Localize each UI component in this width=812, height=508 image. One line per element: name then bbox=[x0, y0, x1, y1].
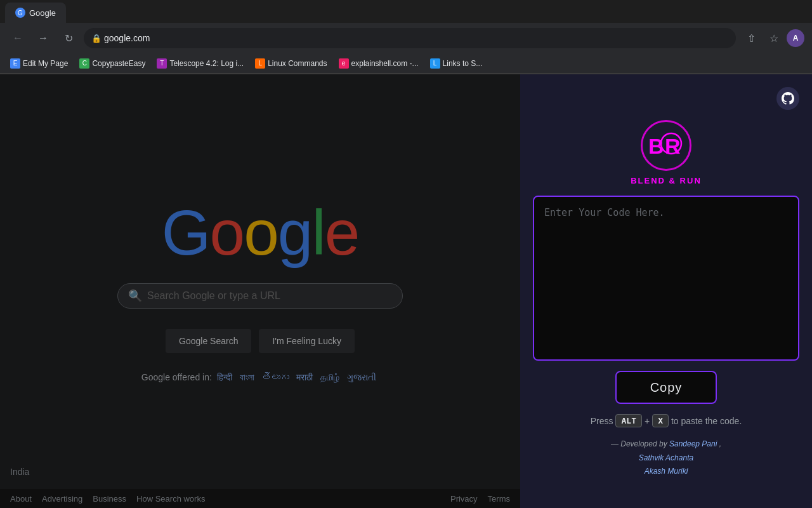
code-textarea[interactable] bbox=[534, 197, 798, 359]
dev-sep: , bbox=[719, 439, 721, 448]
bookmark-explainshell[interactable]: e explainshell.com -... bbox=[334, 57, 424, 70]
google-search-button[interactable]: Google Search bbox=[166, 329, 251, 353]
logo-letter-g1: G bbox=[162, 197, 210, 268]
github-icon-button[interactable] bbox=[776, 87, 799, 110]
bookmark-edit-my-page[interactable]: E Edit My Page bbox=[5, 57, 73, 70]
reload-button[interactable]: ↻ bbox=[58, 28, 79, 48]
offered-in: Google offered in: हिन्दी বাংলা తెలుగు म… bbox=[141, 372, 379, 383]
footer-privacy[interactable]: Privacy bbox=[450, 494, 478, 504]
bookmark-favicon-4: L bbox=[255, 58, 265, 69]
bookmark-copypasteeasy[interactable]: C CopypasteEasy bbox=[74, 57, 150, 70]
bookmark-telescope[interactable]: T Telescope 4.2: Log i... bbox=[152, 57, 249, 70]
logo-circle: B R bbox=[641, 120, 691, 171]
profile-avatar[interactable]: A bbox=[787, 29, 804, 47]
tab-favicon: G bbox=[15, 8, 25, 18]
dev-akash-link[interactable]: Akash Muriki bbox=[645, 467, 688, 476]
lang-gujarati[interactable]: ગુજરાતી bbox=[347, 372, 376, 382]
tab-bar: G Google bbox=[0, 0, 812, 23]
feeling-lucky-button[interactable]: I'm Feeling Lucky bbox=[259, 329, 355, 353]
footer-how-search[interactable]: How Search works bbox=[136, 494, 205, 504]
shortcut-prefix: Press bbox=[591, 416, 613, 426]
x-key: X bbox=[652, 414, 669, 427]
lang-bengali[interactable]: বাংলা bbox=[240, 372, 254, 382]
nav-actions: ⇧ ☆ A bbox=[741, 28, 804, 48]
active-tab[interactable]: G Google bbox=[5, 3, 66, 23]
svg-text:R: R bbox=[665, 134, 681, 158]
footer-advertising[interactable]: Advertising bbox=[42, 494, 82, 504]
footer-about[interactable]: About bbox=[10, 494, 32, 504]
bookmark-label-5: explainshell.com -... bbox=[351, 59, 419, 68]
bookmark-favicon-5: e bbox=[339, 58, 349, 69]
bookmark-label-1: Edit My Page bbox=[23, 59, 68, 68]
logo-letter-g4: g bbox=[278, 197, 312, 268]
footer-terms[interactable]: Terms bbox=[488, 494, 510, 504]
share-button[interactable]: ⇧ bbox=[741, 28, 761, 48]
bookmark-button[interactable]: ☆ bbox=[764, 28, 784, 48]
shortcut-plus: + bbox=[645, 416, 650, 426]
google-search-bar: 🔍 bbox=[117, 283, 403, 309]
main-content: Google 🔍 Google Search I'm Feeling Lucky… bbox=[0, 74, 812, 508]
dev-credit: — Developed by Sandeep Pani , Sathvik Ac… bbox=[611, 438, 721, 479]
bookmark-label-3: Telescope 4.2: Log i... bbox=[169, 59, 244, 68]
bookmark-favicon-2: C bbox=[79, 58, 89, 69]
github-icon bbox=[782, 92, 794, 105]
address-input[interactable] bbox=[84, 28, 736, 48]
google-buttons: Google Search I'm Feeling Lucky bbox=[166, 329, 355, 353]
lang-tamil[interactable]: தமிழ் bbox=[320, 372, 339, 382]
footer-right: Privacy Terms bbox=[450, 494, 510, 504]
bookmark-label-4: Linux Commands bbox=[268, 59, 327, 68]
bookmark-label-6: Links to S... bbox=[443, 59, 483, 68]
dev-sathvik-link[interactable]: Sathvik Achanta bbox=[639, 453, 693, 462]
brand-name: BLEND & RUN bbox=[631, 176, 702, 185]
bookmark-favicon-6: L bbox=[430, 58, 440, 69]
code-textarea-wrapper bbox=[533, 196, 799, 361]
india-label: India bbox=[10, 467, 29, 477]
shortcut-suffix: to paste the code. bbox=[671, 416, 742, 426]
browser-chrome: G Google ← → ↻ 🔒 ⇧ ☆ A E Edit My Page C … bbox=[0, 0, 812, 74]
logo-letter-g3: o bbox=[244, 197, 278, 268]
bookmarks-bar: E Edit My Page C CopypasteEasy T Telesco… bbox=[0, 53, 812, 74]
tab-title: Google bbox=[29, 8, 56, 18]
bookmark-favicon-1: E bbox=[10, 58, 20, 69]
shortcut-hint: Press ALT + X to paste the code. bbox=[591, 414, 742, 427]
footer-left: About Advertising Business How Search wo… bbox=[10, 494, 205, 504]
logo-letter-g2: o bbox=[210, 197, 244, 268]
alt-key: ALT bbox=[615, 414, 641, 427]
bookmark-label-2: CopypasteEasy bbox=[92, 59, 145, 68]
search-box-container: 🔍 bbox=[117, 283, 403, 309]
logo-letter-g6: e bbox=[325, 197, 359, 268]
back-button[interactable]: ← bbox=[8, 28, 28, 48]
google-search-input[interactable] bbox=[147, 290, 392, 302]
nav-bar: ← → ↻ 🔒 ⇧ ☆ A bbox=[0, 23, 812, 53]
address-bar-wrapper: 🔒 bbox=[84, 28, 736, 48]
offered-in-text: Google offered in: bbox=[141, 372, 212, 382]
dev-sandeep-link[interactable]: Sandeep Pani bbox=[669, 439, 717, 448]
copy-button[interactable]: Copy bbox=[615, 371, 717, 404]
google-logo: Google bbox=[162, 201, 359, 264]
lang-hindi[interactable]: हिन्दी bbox=[217, 372, 232, 382]
page-footer: About Advertising Business How Search wo… bbox=[0, 489, 520, 508]
footer-business[interactable]: Business bbox=[93, 494, 126, 504]
bookmark-linux[interactable]: L Linux Commands bbox=[250, 57, 332, 70]
brand-logo: B R BLEND & RUN bbox=[631, 120, 702, 185]
extension-panel: B R BLEND & RUN Copy Press ALT + X to pa… bbox=[520, 74, 812, 508]
logo-letter-g5: l bbox=[311, 197, 324, 268]
lang-marathi[interactable]: मराठी bbox=[296, 372, 313, 382]
ext-header-row bbox=[533, 87, 799, 110]
bookmark-favicon-3: T bbox=[157, 58, 167, 69]
search-icon: 🔍 bbox=[128, 289, 142, 303]
lang-telugu[interactable]: తెలుగు bbox=[262, 372, 289, 382]
dev-prefix: — Developed by bbox=[611, 439, 667, 448]
bookmark-links[interactable]: L Links to S... bbox=[425, 57, 488, 70]
google-page: Google 🔍 Google Search I'm Feeling Lucky… bbox=[0, 74, 520, 508]
lock-icon: 🔒 bbox=[91, 34, 102, 43]
forward-button[interactable]: → bbox=[33, 28, 53, 48]
brand-logo-svg: B R bbox=[647, 130, 685, 161]
